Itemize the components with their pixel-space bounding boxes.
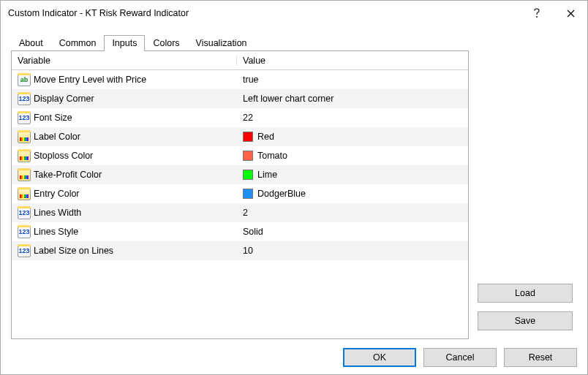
cell-value[interactable]: Left lower chart corner <box>237 94 468 104</box>
tab-common[interactable]: Common <box>51 35 105 51</box>
tab-visualization[interactable]: Visualization <box>188 35 255 51</box>
cell-value[interactable]: Red <box>237 132 468 142</box>
cancel-button[interactable]: Cancel <box>423 348 497 367</box>
table-header: Variable Value <box>12 51 468 70</box>
variable-label: Label Color <box>34 132 80 142</box>
cell-value[interactable]: Lime <box>237 170 468 180</box>
cell-variable: 123Display Corner <box>12 92 237 105</box>
color-icon <box>18 187 31 200</box>
cell-value[interactable]: Solid <box>237 227 468 237</box>
tab-about[interactable]: About <box>11 35 51 51</box>
value-label: Red <box>257 132 274 142</box>
value-label: Solid <box>243 227 263 237</box>
table-row[interactable]: Stoploss ColorTomato <box>12 146 468 165</box>
table-row[interactable]: 123Lines Width2 <box>12 203 468 222</box>
content-area: About Common Inputs Colors Visualization… <box>1 26 587 348</box>
variable-label: Take-Profit Color <box>34 170 102 180</box>
table-row[interactable]: 123Label Size on Lines10 <box>12 241 468 260</box>
table-body: abMove Entry Level with Pricetrue123Disp… <box>12 70 468 260</box>
cell-variable: 123Label Size on Lines <box>12 244 237 257</box>
cell-value[interactable]: 22 <box>237 113 468 123</box>
color-icon <box>18 149 31 162</box>
help-icon <box>534 8 540 18</box>
value-label: 10 <box>243 246 253 256</box>
table-row[interactable]: 123Font Size22 <box>12 108 468 127</box>
table-row[interactable]: Take-Profit ColorLime <box>12 165 468 184</box>
header-variable[interactable]: Variable <box>12 56 237 66</box>
color-icon <box>18 130 31 143</box>
cell-variable: 123Lines Width <box>12 206 237 219</box>
variable-label: Lines Width <box>34 208 81 218</box>
value-label: 2 <box>243 208 248 218</box>
number-icon: 123 <box>18 244 31 257</box>
tab-colors[interactable]: Colors <box>145 35 187 51</box>
cell-variable: 123Font Size <box>12 111 237 124</box>
cell-value[interactable]: true <box>237 75 468 85</box>
dialog-window: Custom Indicator - KT Risk Reward Indica… <box>0 0 588 375</box>
svg-point-0 <box>536 16 538 18</box>
help-button[interactable] <box>520 2 554 24</box>
value-label: DodgerBlue <box>257 189 306 199</box>
variable-label: Stoploss Color <box>34 151 93 161</box>
value-label: Left lower chart corner <box>243 94 333 104</box>
ok-button[interactable]: OK <box>343 348 416 367</box>
tab-inputs[interactable]: Inputs <box>104 35 145 51</box>
color-swatch <box>243 189 253 199</box>
table-row[interactable]: Label ColorRed <box>12 127 468 146</box>
tabstrip: About Common Inputs Colors Visualization <box>11 33 577 50</box>
table-row[interactable]: Entry ColorDodgerBlue <box>12 184 468 203</box>
close-button[interactable] <box>554 2 587 24</box>
number-icon: 123 <box>18 111 31 124</box>
table-row[interactable]: 123Lines StyleSolid <box>12 222 468 241</box>
footer-buttons: OK Cancel Reset <box>1 348 587 374</box>
tab-body: Variable Value abMove Entry Level with P… <box>11 50 577 339</box>
variable-label: Font Size <box>34 113 72 123</box>
value-label: 22 <box>243 113 253 123</box>
value-label: true <box>243 75 259 85</box>
cell-value[interactable]: DodgerBlue <box>237 189 468 199</box>
variable-label: Display Corner <box>34 94 94 104</box>
load-button[interactable]: Load <box>478 284 573 303</box>
value-label: Tomato <box>257 151 287 161</box>
cell-variable: Take-Profit Color <box>12 168 237 181</box>
cell-value[interactable]: Tomato <box>237 151 468 161</box>
number-icon: 123 <box>18 206 31 219</box>
close-icon <box>567 10 575 18</box>
cell-variable: Stoploss Color <box>12 149 237 162</box>
table-row[interactable]: 123Display CornerLeft lower chart corner <box>12 89 468 108</box>
header-value[interactable]: Value <box>237 56 468 66</box>
enum-icon: 123 <box>18 92 31 105</box>
reset-button[interactable]: Reset <box>504 348 577 367</box>
variable-label: Lines Style <box>34 227 78 237</box>
titlebar: Custom Indicator - KT Risk Reward Indica… <box>1 1 587 26</box>
table-row[interactable]: abMove Entry Level with Pricetrue <box>12 70 468 89</box>
cell-variable: 123Lines Style <box>12 225 237 238</box>
color-swatch <box>243 170 253 180</box>
color-swatch <box>243 132 253 142</box>
cell-value[interactable]: 2 <box>237 208 468 218</box>
side-buttons: Load Save <box>478 50 577 339</box>
cell-variable: Entry Color <box>12 187 237 200</box>
window-title: Custom Indicator - KT Risk Reward Indica… <box>8 8 520 18</box>
enum-icon: 123 <box>18 225 31 238</box>
cell-value[interactable]: 10 <box>237 246 468 256</box>
save-button[interactable]: Save <box>478 311 573 330</box>
string-icon: ab <box>18 73 31 86</box>
variable-label: Move Entry Level with Price <box>34 75 146 85</box>
value-label: Lime <box>257 170 277 180</box>
variable-label: Entry Color <box>34 189 80 199</box>
color-icon <box>18 168 31 181</box>
inputs-table[interactable]: Variable Value abMove Entry Level with P… <box>11 50 469 339</box>
cell-variable: abMove Entry Level with Price <box>12 73 237 86</box>
variable-label: Label Size on Lines <box>34 246 113 256</box>
cell-variable: Label Color <box>12 130 237 143</box>
color-swatch <box>243 151 253 161</box>
